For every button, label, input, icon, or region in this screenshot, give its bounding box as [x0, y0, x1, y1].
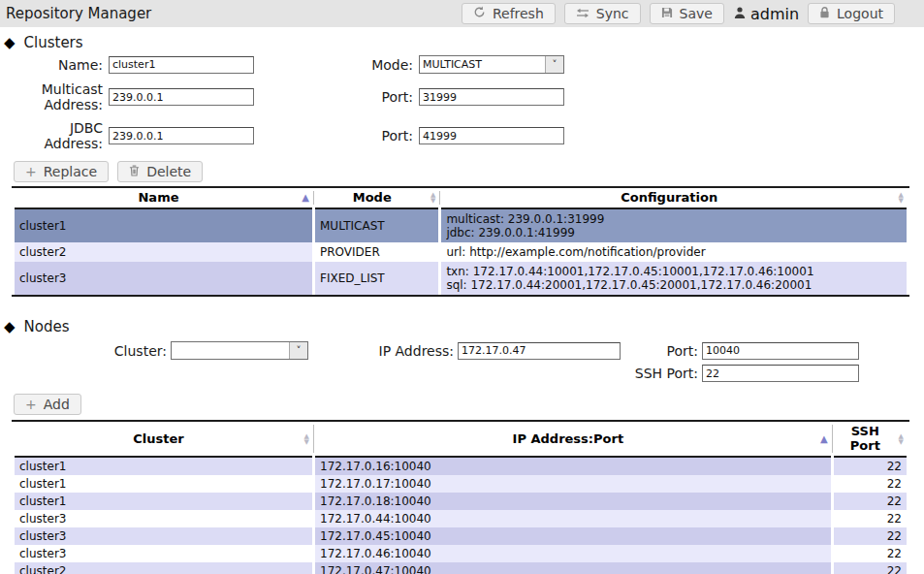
- nodes-col-address[interactable]: IP Address:Port ▲: [315, 422, 831, 458]
- cell-node-address: 172.17.0.16:10040: [315, 458, 831, 475]
- node-port-label: Port:: [624, 343, 698, 359]
- col-cluster-label: Cluster: [133, 431, 183, 446]
- node-row[interactable]: cluster1 172.17.0.18:10040 22: [15, 493, 907, 510]
- col-name-label: Name: [138, 190, 178, 205]
- cell-node-ssh: 22: [834, 475, 907, 493]
- sort-asc-icon: ▲: [820, 434, 828, 444]
- node-row[interactable]: cluster1 172.17.0.17:10040 22: [15, 475, 907, 493]
- cell-node-address: 172.17.0.46:10040: [315, 545, 831, 562]
- cell-node-address: 172.17.0.47:10040: [315, 562, 831, 574]
- node-row[interactable]: cluster3 172.17.0.44:10040 22: [15, 510, 907, 527]
- cell-node-cluster: cluster3: [15, 545, 312, 562]
- cluster-row[interactable]: cluster3 FIXED_LIST txn: 172.17.0.44:100…: [15, 262, 907, 295]
- nodes-actions: + Add: [14, 394, 924, 415]
- clusters-col-name[interactable]: Name ▲: [15, 188, 312, 209]
- clusters-col-config[interactable]: Configuration ▲▼: [441, 188, 907, 209]
- clusters-col-mode[interactable]: Mode ▲▼: [315, 188, 438, 209]
- node-port-input[interactable]: [702, 342, 859, 360]
- cell-node-address: 172.17.0.45:10040: [315, 527, 831, 545]
- replace-label: Replace: [44, 164, 97, 179]
- topbar-actions: Refresh Sync Save admin Logout: [462, 3, 895, 24]
- replace-button[interactable]: + Replace: [14, 161, 109, 182]
- user-icon: [733, 5, 747, 23]
- cell-cluster-name: cluster3: [15, 262, 312, 295]
- nodes-section-label: Nodes: [24, 318, 70, 335]
- nodes-col-ssh[interactable]: SSH Port ▲▼: [834, 422, 907, 458]
- multicast-port-label: Port:: [260, 89, 413, 105]
- clusters-section-label: Clusters: [24, 34, 83, 51]
- trash-icon: [129, 164, 140, 179]
- refresh-button[interactable]: Refresh: [462, 3, 556, 24]
- sort-icon: ▲▼: [430, 192, 435, 204]
- node-row[interactable]: cluster2 172.17.0.47:10040 22: [15, 562, 907, 574]
- cell-node-cluster: cluster1: [15, 458, 312, 475]
- clusters-table: Name ▲ Mode ▲▼ Configuration ▲▼ cluster1…: [12, 186, 909, 297]
- node-cluster-select[interactable]: ˅: [171, 341, 308, 360]
- cell-cluster-config: url: http://example.com/notification/pro…: [441, 242, 907, 262]
- delete-label: Delete: [146, 164, 191, 179]
- add-label: Add: [44, 397, 70, 412]
- cell-cluster-mode: MULTICAST: [315, 209, 438, 242]
- delete-button[interactable]: Delete: [117, 161, 203, 182]
- cluster-row[interactable]: cluster2 PROVIDER url: http://example.co…: [15, 242, 907, 262]
- multicast-port-input[interactable]: [419, 88, 564, 106]
- config-line: url: http://example.com/notification/pro…: [446, 245, 902, 259]
- multicast-address-label: Multicast Address:: [29, 81, 103, 112]
- node-row[interactable]: cluster3 172.17.0.45:10040 22: [15, 527, 907, 545]
- cell-cluster-config: txn: 172.17.0.44:10001,172.17.0.45:10001…: [441, 262, 907, 295]
- col-config-label: Configuration: [621, 190, 717, 205]
- cell-node-address: 172.17.0.44:10040: [315, 510, 831, 527]
- cluster-row-selected[interactable]: cluster1 MULTICAST multicast: 239.0.0.1:…: [15, 209, 907, 242]
- jdbc-address-input[interactable]: [109, 127, 254, 144]
- nodes-form: Cluster: ˅ IP Address: Port: SSH Port:: [0, 341, 924, 382]
- cluster-mode-select[interactable]: MULTICAST ˅: [419, 55, 564, 74]
- nodes-col-cluster[interactable]: Cluster ▲▼: [15, 422, 312, 458]
- cell-cluster-mode: FIXED_LIST: [315, 262, 438, 295]
- cell-node-ssh: 22: [834, 493, 907, 510]
- node-ip-input[interactable]: [458, 342, 621, 360]
- save-icon: [661, 6, 673, 21]
- section-diamond-icon: ◆: [4, 320, 16, 335]
- node-ssh-input[interactable]: [702, 365, 859, 382]
- cell-node-cluster: cluster2: [15, 562, 312, 574]
- cell-cluster-name: cluster2: [15, 242, 312, 262]
- sync-label: Sync: [596, 6, 629, 21]
- cell-node-ssh: 22: [834, 527, 907, 545]
- cluster-name-input[interactable]: [109, 56, 254, 74]
- cell-cluster-config: multicast: 239.0.0.1:31999 jdbc: 239.0.0…: [441, 209, 907, 242]
- top-bar: Repository Manager Refresh Sync Save adm…: [0, 0, 924, 27]
- sort-asc-icon: ▲: [302, 193, 309, 203]
- add-button[interactable]: + Add: [14, 394, 81, 415]
- jdbc-port-input[interactable]: [419, 127, 564, 144]
- chevron-down-icon: ˅: [545, 56, 563, 73]
- cell-node-cluster: cluster1: [15, 493, 312, 510]
- node-row[interactable]: cluster3 172.17.0.46:10040 22: [15, 545, 907, 562]
- spacer: [0, 373, 167, 374]
- multicast-address-input[interactable]: [109, 88, 254, 106]
- node-row[interactable]: cluster1 172.17.0.16:10040 22: [15, 458, 907, 475]
- config-line: multicast: 239.0.0.1:31999: [446, 212, 902, 226]
- nodes-table-header-row: Cluster ▲▼ IP Address:Port ▲ SSH Port ▲▼: [15, 422, 907, 458]
- chevron-down-icon: ˅: [289, 342, 307, 359]
- save-button[interactable]: Save: [650, 3, 724, 24]
- node-ssh-label: SSH Port:: [624, 366, 698, 381]
- table-bottom-border: [12, 295, 909, 297]
- sort-icon: ▲▼: [899, 192, 904, 204]
- cluster-name-label: Name:: [6, 57, 103, 73]
- app-title: Repository Manager: [6, 5, 151, 22]
- plus-icon: +: [25, 398, 37, 411]
- sync-button[interactable]: Sync: [564, 3, 641, 24]
- nodes-section-header[interactable]: ◆ Nodes: [4, 318, 924, 335]
- refresh-label: Refresh: [493, 6, 544, 21]
- logout-label: Logout: [837, 6, 883, 21]
- sync-icon: [576, 6, 589, 21]
- logout-button[interactable]: Logout: [808, 3, 895, 24]
- save-label: Save: [680, 6, 713, 21]
- user-menu[interactable]: admin: [733, 5, 799, 23]
- clusters-form: Name: Mode: MULTICAST ˅ Multicast Addres…: [6, 55, 924, 151]
- col-ssh-label: SSH Port: [850, 424, 880, 453]
- clusters-section-header[interactable]: ◆ Clusters: [4, 34, 924, 51]
- cell-cluster-mode: PROVIDER: [315, 242, 438, 262]
- node-ip-label: IP Address:: [312, 343, 454, 359]
- col-mode-label: Mode: [353, 190, 392, 205]
